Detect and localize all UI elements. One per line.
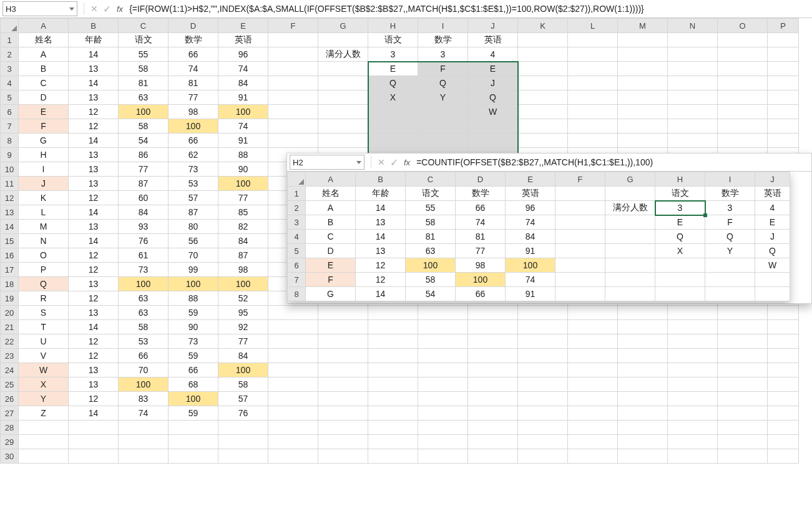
cell-G1[interactable] (318, 33, 368, 47)
cell-K25[interactable] (518, 377, 568, 392)
cell-I4[interactable]: Q (418, 76, 468, 90)
inset-cell-C7[interactable]: 58 (406, 273, 456, 287)
cell-N7[interactable] (668, 119, 718, 134)
inset-row-header-6[interactable]: 6 (288, 258, 306, 273)
cell-I5[interactable]: Y (418, 90, 468, 105)
row-header-25[interactable]: 25 (1, 377, 19, 392)
cell-C20[interactable]: 63 (119, 306, 169, 320)
cell-L3[interactable] (568, 62, 618, 76)
cell-B26[interactable]: 12 (69, 392, 119, 406)
cell-J2[interactable]: 4 (468, 47, 518, 62)
cell-A18[interactable]: Q (19, 277, 69, 291)
cell-F29[interactable] (268, 435, 318, 449)
row-header-8[interactable]: 8 (1, 134, 19, 148)
cell-A16[interactable]: O (19, 248, 69, 263)
cell-A3[interactable]: B (19, 62, 69, 76)
cell-G30[interactable] (318, 449, 368, 464)
cell-I23[interactable] (418, 349, 468, 363)
cell-C23[interactable]: 66 (119, 349, 169, 363)
cell-G8[interactable] (318, 134, 368, 148)
cell-E10[interactable]: 90 (218, 162, 268, 177)
row-header-20[interactable]: 20 (1, 306, 19, 320)
cell-E2[interactable]: 96 (218, 47, 268, 62)
row-header-28[interactable]: 28 (1, 421, 19, 435)
cell-K27[interactable] (518, 406, 568, 421)
cell-H27[interactable] (368, 406, 418, 421)
cell-K23[interactable] (518, 349, 568, 363)
inset-cell-F4[interactable] (555, 230, 605, 244)
col-header-J[interactable]: J (468, 19, 518, 33)
cell-B5[interactable]: 13 (69, 90, 119, 105)
cell-I2[interactable]: 3 (418, 47, 468, 62)
inset-cell-F8[interactable] (555, 287, 605, 301)
cell-C8[interactable]: 54 (119, 134, 169, 148)
inset-row-header-2[interactable]: 2 (288, 201, 306, 215)
cell-C5[interactable]: 63 (119, 90, 169, 105)
cell-L26[interactable] (568, 392, 618, 406)
cell-C2[interactable]: 55 (119, 47, 169, 62)
col-header-E[interactable]: E (218, 19, 268, 33)
row-header-24[interactable]: 24 (1, 363, 19, 377)
inset-cell-J1[interactable]: 英语 (755, 187, 790, 201)
row-header-16[interactable]: 16 (1, 248, 19, 263)
inset-row-header-8[interactable]: 8 (288, 287, 306, 301)
cell-F6[interactable] (268, 105, 318, 119)
cell-D9[interactable]: 62 (169, 148, 218, 162)
enter-icon[interactable]: ✓ (388, 156, 400, 168)
cell-H6[interactable] (368, 105, 418, 119)
cell-A1[interactable]: 姓名 (19, 33, 69, 47)
cell-I28[interactable] (418, 421, 468, 435)
cell-F7[interactable] (268, 119, 318, 134)
inset-cell-H2[interactable]: 3 (655, 201, 705, 215)
inset-cell-J4[interactable]: J (755, 230, 790, 244)
cell-D20[interactable]: 59 (169, 306, 218, 320)
cell-O21[interactable] (718, 320, 768, 334)
inset-cell-C8[interactable]: 54 (406, 287, 456, 301)
cell-M24[interactable] (618, 363, 668, 377)
cell-G24[interactable] (318, 363, 368, 377)
cell-M8[interactable] (618, 134, 668, 148)
cell-M21[interactable] (618, 320, 668, 334)
cell-P5[interactable] (768, 90, 799, 105)
col-header-G[interactable]: G (318, 19, 368, 33)
inset-cell-J2[interactable]: 4 (755, 201, 790, 215)
cell-I1[interactable]: 数学 (418, 33, 468, 47)
cell-C22[interactable]: 53 (119, 334, 169, 349)
cell-M30[interactable] (618, 449, 668, 464)
cell-B19[interactable]: 12 (69, 291, 119, 306)
cell-G29[interactable] (318, 435, 368, 449)
cell-D19[interactable]: 88 (169, 291, 218, 306)
cell-L25[interactable] (568, 377, 618, 392)
inset-cell-J6[interactable]: W (755, 258, 790, 273)
cell-B9[interactable]: 13 (69, 148, 119, 162)
cell-A4[interactable]: C (19, 76, 69, 90)
cell-F4[interactable] (268, 76, 318, 90)
cell-A29[interactable] (19, 435, 69, 449)
cell-G25[interactable] (318, 377, 368, 392)
row-header-11[interactable]: 11 (1, 177, 19, 191)
inset-cell-G8[interactable] (605, 287, 655, 301)
inset-cell-H1[interactable]: 语文 (655, 187, 705, 201)
cell-K1[interactable] (518, 33, 568, 47)
row-header-22[interactable]: 22 (1, 334, 19, 349)
cell-L28[interactable] (568, 421, 618, 435)
cell-E8[interactable]: 91 (218, 134, 268, 148)
cell-F2[interactable] (268, 47, 318, 62)
inset-cell-A5[interactable]: D (306, 244, 356, 258)
cell-D12[interactable]: 57 (169, 191, 218, 205)
cell-E17[interactable]: 98 (218, 263, 268, 277)
cell-D6[interactable]: 98 (169, 105, 218, 119)
inset-cell-B2[interactable]: 14 (356, 201, 406, 215)
inset-cell-A3[interactable]: B (306, 215, 356, 230)
cell-A19[interactable]: R (19, 291, 69, 306)
inset-cell-E5[interactable]: 91 (506, 244, 555, 258)
cell-D8[interactable]: 66 (169, 134, 218, 148)
cell-B16[interactable]: 12 (69, 248, 119, 263)
cell-N20[interactable] (668, 306, 718, 320)
cell-I3[interactable]: F (418, 62, 468, 76)
cell-A9[interactable]: H (19, 148, 69, 162)
cell-M7[interactable] (618, 119, 668, 134)
cell-B14[interactable]: 13 (69, 220, 119, 234)
cancel-icon[interactable]: ✕ (88, 2, 100, 15)
cell-G5[interactable] (318, 90, 368, 105)
